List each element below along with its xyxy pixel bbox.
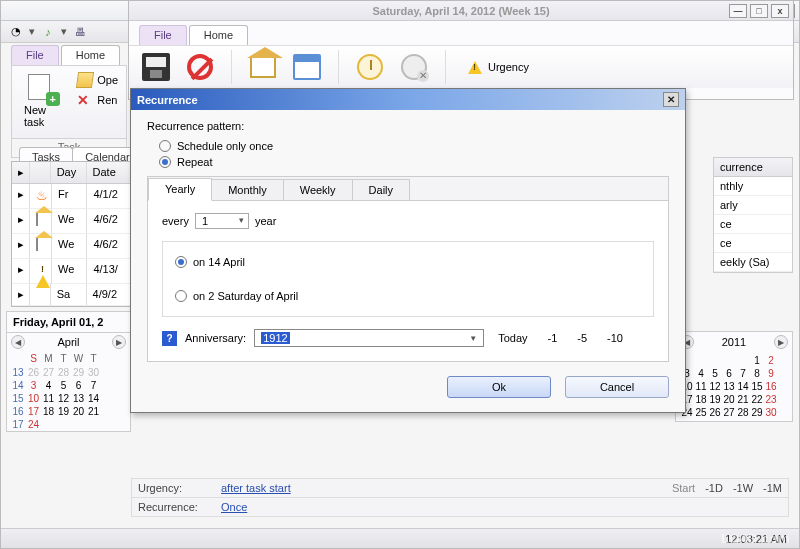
grid-header-date[interactable]: Date xyxy=(87,162,136,183)
print-icon[interactable]: 🖶 xyxy=(71,23,89,41)
pattern-label: Recurrence pattern: xyxy=(147,120,669,132)
recurrence-row: Recurrence: Once xyxy=(131,497,789,517)
tab-file[interactable]: File xyxy=(11,45,59,65)
divider xyxy=(231,50,232,84)
on-ordinal-label: on 2 Saturday of April xyxy=(193,290,298,302)
recurrence-value-link[interactable]: Once xyxy=(221,501,247,513)
year-label: year xyxy=(255,215,276,227)
new-task-button[interactable]: + New task xyxy=(20,72,63,130)
radio-on-date[interactable]: on 14 April xyxy=(175,256,641,268)
anniversary-minus-10-button[interactable]: -10 xyxy=(601,332,629,344)
dialog-titlebar[interactable]: Recurrence ✕ xyxy=(131,89,685,110)
on-date-label: on 14 April xyxy=(193,256,245,268)
anniversary-value: 1912 xyxy=(261,332,289,344)
cancel-button[interactable]: Cancel xyxy=(565,376,669,398)
urgency-minus-1m[interactable]: -1M xyxy=(763,482,782,494)
urgency-row: Urgency: after task start Start -1D -1W … xyxy=(131,478,789,498)
editor-close-button[interactable]: x xyxy=(771,4,789,18)
watermark: LO4D.com xyxy=(721,531,790,546)
calendar-button[interactable] xyxy=(290,50,324,84)
reminder-off-button[interactable] xyxy=(397,50,431,84)
urgency-button[interactable]: Urgency xyxy=(460,57,537,78)
radio-repeat[interactable]: Repeat xyxy=(159,156,669,168)
house-icon xyxy=(36,237,38,251)
remove-button[interactable]: ✕Ren xyxy=(77,92,118,108)
calendar-icon xyxy=(293,54,321,80)
mini-calendar-left: Friday, April 01, 2 ◀ April ▶ SMTWT 1326… xyxy=(6,311,131,432)
warning-icon xyxy=(36,263,50,288)
dropdown-icon: ▼ xyxy=(469,334,477,343)
warning-icon xyxy=(468,61,482,74)
recurrence-column: currence nthly arly ce ce eekly (Sa) xyxy=(713,157,793,273)
task-editor-title: Saturday, April 14, 2012 (Week 15) — □ x xyxy=(129,1,793,21)
grid-expand-header[interactable]: ▸ xyxy=(12,162,30,183)
save-button[interactable] xyxy=(139,50,173,84)
table-row[interactable]: ▸♨Fr4/1/2 xyxy=(12,184,136,209)
ok-button[interactable]: Ok xyxy=(447,376,551,398)
cancel-task-button[interactable] xyxy=(183,50,217,84)
task-editor-window: Saturday, April 14, 2012 (Week 15) — □ x… xyxy=(128,0,794,100)
home-view-button[interactable] xyxy=(246,50,280,84)
yearly-options-box: on 14 April on 2 Saturday of April xyxy=(162,241,654,317)
anniversary-input[interactable]: 1912 ▼ xyxy=(254,329,484,347)
grid-header-day[interactable]: Day xyxy=(51,162,87,183)
list-item[interactable]: arly xyxy=(714,196,792,215)
next-year-button[interactable]: ▶ xyxy=(774,335,788,349)
divider xyxy=(445,50,446,84)
tab-monthly[interactable]: Monthly xyxy=(211,179,284,200)
list-item[interactable]: eekly (Sa) xyxy=(714,253,792,272)
recurrence-column-header[interactable]: currence xyxy=(714,158,792,177)
prev-month-button[interactable]: ◀ xyxy=(11,335,25,349)
new-task-label: New task xyxy=(24,104,59,128)
urgency-minus-1w[interactable]: -1W xyxy=(733,482,753,494)
alarm-off-icon xyxy=(401,54,427,80)
radio-icon xyxy=(159,140,171,152)
list-item[interactable]: ce xyxy=(714,234,792,253)
table-row[interactable]: ▸We4/13/ xyxy=(12,259,136,284)
table-row[interactable]: ▸Sa4/9/2 xyxy=(12,284,136,306)
urgency-button-label: Urgency xyxy=(488,61,529,73)
detail-panel: Urgency: after task start Start -1D -1W … xyxy=(131,479,789,517)
open-button[interactable]: Ope xyxy=(77,72,118,88)
tab-weekly[interactable]: Weekly xyxy=(283,179,353,200)
list-item[interactable]: nthly xyxy=(714,177,792,196)
music-icon[interactable]: ♪ xyxy=(39,23,57,41)
mini-calendar-right: ◀ 2011 ▶ 12 3456789 10111213141516 17181… xyxy=(675,331,793,422)
calendar-dow-header: SMTWT xyxy=(7,351,130,366)
tab-daily[interactable]: Daily xyxy=(352,179,410,200)
radio-once-label: Schedule only once xyxy=(177,140,273,152)
urgency-value-link[interactable]: after task start xyxy=(221,482,291,494)
flame-icon: ♨ xyxy=(36,188,52,204)
next-month-button[interactable]: ▶ xyxy=(112,335,126,349)
urgency-minus-1d[interactable]: -1D xyxy=(705,482,723,494)
editor-tab-file[interactable]: File xyxy=(139,25,187,45)
anniversary-label: Anniversary: xyxy=(185,332,246,344)
editor-tab-home[interactable]: Home xyxy=(189,25,248,45)
editor-minimize-button[interactable]: — xyxy=(729,4,747,18)
table-row[interactable]: ▸We4/6/2 xyxy=(12,209,136,234)
list-item[interactable]: ce xyxy=(714,215,792,234)
table-row[interactable]: ▸We4/6/2 xyxy=(12,234,136,259)
anniversary-minus-1-button[interactable]: -1 xyxy=(542,332,564,344)
open-label: Ope xyxy=(97,74,118,86)
divider xyxy=(338,50,339,84)
tab-yearly[interactable]: Yearly xyxy=(148,178,212,201)
radio-schedule-once[interactable]: Schedule only once xyxy=(159,140,669,152)
reminder-button[interactable] xyxy=(353,50,387,84)
help-icon[interactable]: ? xyxy=(162,331,177,346)
folder-open-icon xyxy=(76,72,94,88)
radio-icon xyxy=(175,290,187,302)
recurrence-dialog: Recurrence ✕ Recurrence pattern: Schedul… xyxy=(130,88,686,413)
editor-maximize-button[interactable]: □ xyxy=(750,4,768,18)
house-icon xyxy=(36,212,38,226)
anniversary-minus-5-button[interactable]: -5 xyxy=(571,332,593,344)
tab-home[interactable]: Home xyxy=(61,45,120,65)
app-icon: ◔ xyxy=(7,23,25,41)
radio-icon xyxy=(175,256,187,268)
every-count-input[interactable]: 1 xyxy=(195,213,249,229)
forbidden-icon xyxy=(187,54,213,80)
urgency-label: Urgency: xyxy=(138,482,213,494)
anniversary-today-button[interactable]: Today xyxy=(492,332,533,344)
radio-on-ordinal[interactable]: on 2 Saturday of April xyxy=(175,290,641,302)
dialog-close-button[interactable]: ✕ xyxy=(663,92,679,107)
